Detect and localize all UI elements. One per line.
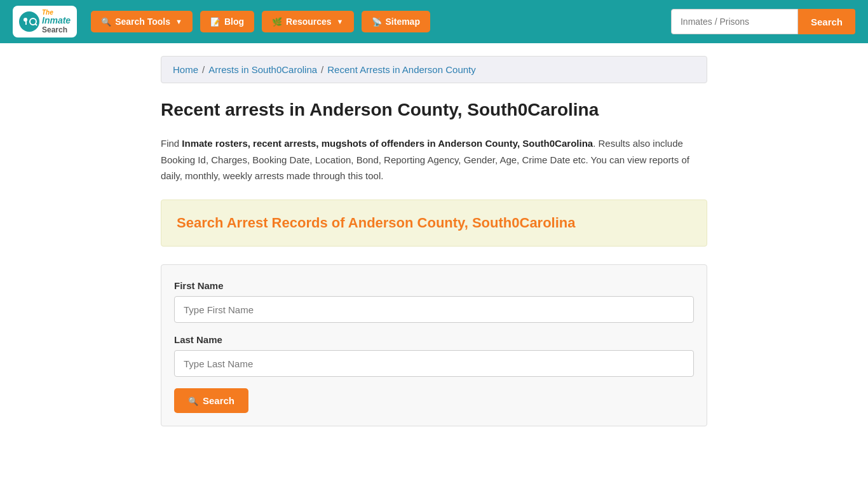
blog-button[interactable]: Blog xyxy=(200,11,254,32)
first-name-input[interactable] xyxy=(174,296,694,323)
search-tools-icon xyxy=(101,17,111,27)
resources-arrow: ▼ xyxy=(337,18,344,25)
breadcrumb-sep-2: / xyxy=(321,64,323,75)
site-logo[interactable]: i The Inmate Search xyxy=(13,6,77,37)
page-title: Recent arrests in Anderson County, South… xyxy=(161,98,707,121)
header-search-button[interactable]: Search xyxy=(798,9,855,34)
main-content: Home / Arrests in South0Carolina / Recen… xyxy=(148,43,720,439)
site-header: i The Inmate Search Search Tools ▼ Blog … xyxy=(0,0,868,43)
blog-label: Blog xyxy=(224,17,244,27)
logo-icon: i xyxy=(19,11,39,32)
form-search-label: Search xyxy=(203,395,234,406)
page-description: Find Inmate rosters, recent arrests, mug… xyxy=(161,135,707,184)
arrest-search-form: First Name Last Name Search xyxy=(161,264,707,426)
resources-icon xyxy=(272,17,282,27)
form-search-icon xyxy=(188,396,198,406)
breadcrumb-home[interactable]: Home xyxy=(173,64,198,75)
header-search: Search xyxy=(671,9,855,34)
first-name-group: First Name xyxy=(174,280,694,323)
desc-bold: Inmate rosters, recent arrests, mugshots… xyxy=(182,138,593,149)
resources-button[interactable]: Resources ▼ xyxy=(262,11,353,32)
sitemap-button[interactable]: Sitemap xyxy=(362,11,430,32)
header-search-input[interactable] xyxy=(671,9,798,34)
last-name-label: Last Name xyxy=(174,334,694,345)
sitemap-label: Sitemap xyxy=(386,17,420,27)
logo-search: Search xyxy=(42,26,71,34)
breadcrumb-sep-1: / xyxy=(202,64,205,75)
logo-text: The Inmate Search xyxy=(42,9,71,34)
form-search-button[interactable]: Search xyxy=(174,388,248,413)
resources-label: Resources xyxy=(286,17,332,27)
blog-icon xyxy=(210,17,220,27)
last-name-input[interactable] xyxy=(174,350,694,377)
svg-point-4 xyxy=(24,18,27,22)
breadcrumb: Home / Arrests in South0Carolina / Recen… xyxy=(161,56,707,83)
search-tools-label: Search Tools xyxy=(115,17,170,27)
search-tools-arrow: ▼ xyxy=(175,18,182,25)
desc-prefix: Find xyxy=(161,138,182,149)
breadcrumb-state[interactable]: Arrests in South0Carolina xyxy=(208,64,317,75)
search-records-title: Search Arrest Records of Anderson County… xyxy=(177,214,691,233)
breadcrumb-current: Recent Arrests in Anderson County xyxy=(327,64,475,75)
last-name-group: Last Name xyxy=(174,334,694,377)
search-tools-button[interactable]: Search Tools ▼ xyxy=(91,11,193,32)
search-records-box: Search Arrest Records of Anderson County… xyxy=(161,200,707,247)
sitemap-icon xyxy=(372,17,382,27)
first-name-label: First Name xyxy=(174,280,694,291)
logo-inmate: Inmate xyxy=(42,16,71,25)
